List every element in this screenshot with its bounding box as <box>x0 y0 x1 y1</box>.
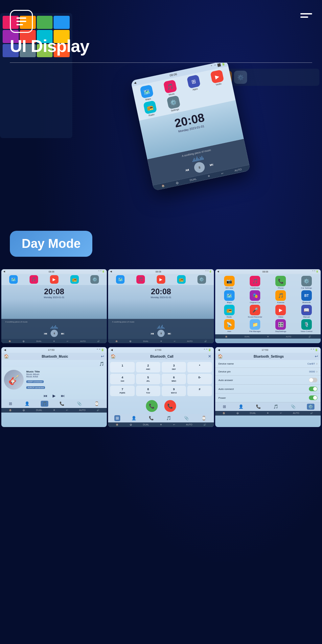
tab3-music[interactable]: 🎵 <box>272 404 280 410</box>
tab3-person[interactable]: 👤 <box>237 404 245 410</box>
screens-grid-bottom: ◀ 17:53 ⌃⌃🔋 🏠 Bluetooth_Music ↩ 🎵 🎸 Musi… <box>0 346 322 428</box>
screen-app-grid: ◀ 08:06 ⌃⌃🔋 📷 360 view 🎵 Localmusic 📞 Ph… <box>215 269 321 343</box>
dial-5[interactable]: 5JKL <box>136 374 160 384</box>
auto-btn[interactable]: AUTO <box>234 168 242 172</box>
app-icon-settings: ⚙️ <box>166 95 180 109</box>
settings-row-auto-connect[interactable]: Auto connect <box>215 385 321 394</box>
settings-row-device-pin[interactable]: Device pin 0000 › <box>215 368 321 376</box>
screens-grid-top: ◀ 08:06 ⌃⌃🔋 🗺️ 🎵 ▶ 📻 ⚙️ 20:08 Monday 202… <box>0 268 322 345</box>
tab-person[interactable]: 👤 <box>23 401 31 407</box>
auto-answer-toggle[interactable] <box>309 378 317 382</box>
mini3-home[interactable]: 🏠 <box>225 335 227 338</box>
tab2-watch[interactable]: ⌚ <box>200 415 208 421</box>
tab3-clip[interactable]: 📎 <box>289 404 297 410</box>
app-icon-apps: ⊞ <box>187 75 201 89</box>
page-title-section: UI Display <box>0 36 322 62</box>
bt-call-screen: ◀ 17:53 ⌃⌃🔋 🏠 Bluetooth_Call ✕ 1 2ABC 3D… <box>108 347 214 427</box>
tab3-watch[interactable]: ⚙️ <box>307 404 314 410</box>
power-toggle[interactable] <box>309 395 317 400</box>
tab3-phone[interactable]: 📞 <box>255 404 262 410</box>
bt-next[interactable]: ⏭ <box>61 394 65 398</box>
app-icon-vedio: ▶ <box>210 70 224 84</box>
svg-rect-2 <box>16 24 23 25</box>
dial-star[interactable]: * <box>187 362 212 372</box>
album-art: 🎸 <box>4 370 24 390</box>
dial-2[interactable]: 2ABC <box>136 362 160 372</box>
tab-music[interactable]: 🎵 <box>41 401 48 407</box>
screen-music-2: ◀ 08:06 ⌃⌃🔋 🗺️ 🎵 ▶ 📻 ⚙️ 20:08 Monday 202… <box>108 269 214 343</box>
play-pause-btn[interactable]: ⏸ <box>193 161 206 174</box>
bt3-nav-home[interactable]: 🏠 <box>222 412 225 415</box>
page-title: UI Display <box>10 36 312 56</box>
ac-btn[interactable]: ❄ <box>207 175 210 178</box>
tab-clip[interactable]: 📎 <box>76 401 83 407</box>
dial-8[interactable]: 8TUV <box>136 386 160 396</box>
dial-7[interactable]: 7PQRS <box>110 386 134 396</box>
prev-btn[interactable]: ⏮ <box>185 167 190 173</box>
tab2-phone[interactable]: 📞 <box>148 415 155 421</box>
app-icon-maps: 🗺️ <box>140 84 154 99</box>
auto-connect-toggle[interactable] <box>309 387 317 391</box>
tab-phone[interactable]: 📞 <box>58 401 66 407</box>
bt-settings-screen: ◀ 17:53 ⌃⌃🔋 🏠 Bluetooth_Settings ↩ Devic… <box>215 347 321 427</box>
dial-0[interactable]: 0- <box>187 374 212 384</box>
bt-prev[interactable]: ⏮ <box>43 394 47 398</box>
next-btn[interactable]: ⏭ <box>209 162 214 167</box>
logo-icon <box>10 10 33 33</box>
back-btn[interactable]: ↩ <box>221 172 224 175</box>
dual-btn[interactable]: DUAL <box>190 178 197 182</box>
menu-button[interactable] <box>300 10 312 18</box>
tab2-home[interactable]: ⊞ <box>114 415 120 421</box>
settings-row-device-name[interactable]: Device name CarBT › <box>215 360 321 368</box>
mini-power[interactable]: ⏻ <box>23 340 25 342</box>
dial-hash[interactable]: # <box>187 386 212 396</box>
tab2-music[interactable]: 🎵 <box>165 415 172 421</box>
dial-6[interactable]: 6MNO <box>162 374 186 384</box>
app-icon-radio: 📻 <box>143 100 157 114</box>
settings-row-auto-answer[interactable]: Auto answer <box>215 376 321 385</box>
main-display-area: 🎵 📞 📡 ⚙️ ◀ 08:06 ⌃ ⌃ ⬛ 🔋 🗺️ Maps 🎵 Music… <box>0 63 322 267</box>
mini2-home[interactable]: 🏠 <box>115 340 118 342</box>
mini-home[interactable]: 🏠 <box>9 340 11 342</box>
home-btn[interactable]: 🏠 <box>161 184 165 188</box>
divider <box>10 62 312 63</box>
settings-row-power[interactable]: Power <box>215 394 321 402</box>
tab3-home[interactable]: ⊞ <box>221 404 227 410</box>
app-icon-music: 🎵 <box>163 80 177 94</box>
svg-rect-0 <box>16 17 26 19</box>
dial-1[interactable]: 1 <box>110 362 134 372</box>
bt-nav-home[interactable]: 🏠 <box>9 409 12 412</box>
dial-3[interactable]: 3DEF <box>162 362 186 372</box>
header <box>0 0 322 36</box>
dial-9[interactable]: 9WXYZ <box>162 386 186 396</box>
tab2-person[interactable]: 👤 <box>130 415 138 421</box>
tab-watch[interactable]: ⌚ <box>93 401 101 407</box>
power-btn[interactable]: ⏻ <box>176 181 179 184</box>
bt-play[interactable]: ▶ <box>53 394 56 398</box>
bt-music-screen: ◀ 17:53 ⌃⌃🔋 🏠 Bluetooth_Music ↩ 🎵 🎸 Musi… <box>1 347 107 427</box>
bt2-nav-home[interactable]: 🏠 <box>116 423 119 426</box>
screen-music-1: ◀ 08:06 ⌃⌃🔋 🗺️ 🎵 ▶ 📻 ⚙️ 20:08 Monday 202… <box>1 269 107 343</box>
call-end[interactable]: 📞 <box>164 400 176 412</box>
svg-rect-1 <box>16 21 26 22</box>
tab2-clip[interactable]: 📎 <box>183 415 190 421</box>
call-answer[interactable]: 📞 <box>146 400 158 412</box>
tab-home[interactable]: ⊞ <box>8 401 13 407</box>
dial-4[interactable]: 4GHI <box>110 374 134 384</box>
day-mode-badge: Day Mode <box>10 231 92 257</box>
